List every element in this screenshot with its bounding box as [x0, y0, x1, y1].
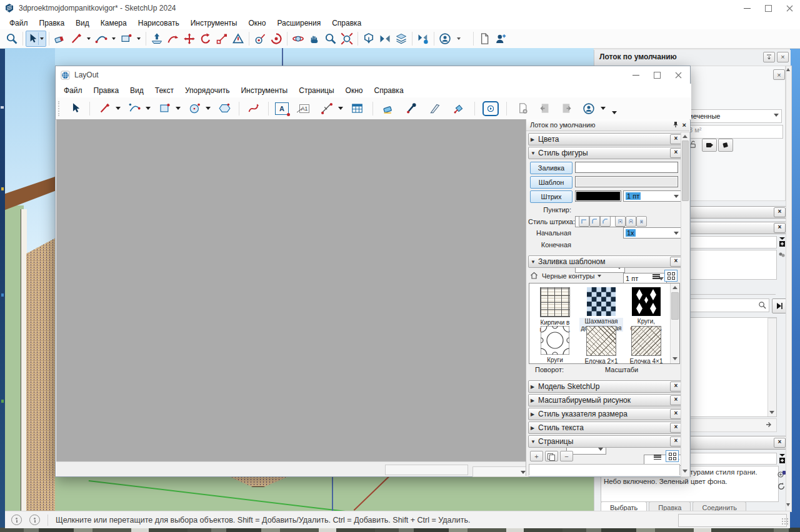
menu-edit[interactable]: Правка — [88, 84, 125, 97]
new-document-icon[interactable] — [476, 31, 492, 47]
pattern-item[interactable]: Шахматная доска, черная — [579, 287, 623, 332]
dimension-tool[interactable] — [319, 101, 335, 117]
viewport-left-strip[interactable] — [5, 48, 55, 511]
account-icon[interactable] — [581, 101, 597, 117]
marked-dropdown[interactable]: омеченные — [682, 109, 782, 123]
join-bevel-button[interactable] — [600, 216, 611, 227]
add-collaborator-icon[interactable] — [492, 31, 509, 47]
menu-tools[interactable]: Инструменты — [235, 84, 293, 97]
fill-color-swatch[interactable] — [575, 162, 678, 173]
split-tool[interactable] — [427, 101, 443, 117]
select-tool[interactable] — [26, 31, 46, 47]
tray-close-button[interactable]: × — [777, 52, 789, 62]
stroke-toggle-button[interactable]: Штрих — [530, 190, 572, 203]
menu-edit[interactable]: Правка — [34, 17, 71, 29]
delete-page-button[interactable]: − — [560, 451, 573, 461]
layout-maximize-button[interactable] — [646, 68, 668, 82]
move-tool[interactable] — [181, 31, 198, 47]
account-icon[interactable] — [437, 31, 453, 47]
menu-help[interactable]: Справка — [326, 17, 367, 29]
menu-camera[interactable]: Камера — [95, 17, 132, 29]
menu-draw[interactable]: Нарисовать — [132, 17, 185, 29]
menu-pages[interactable]: Страницы — [293, 84, 339, 97]
area-field[interactable]: 13 м² — [682, 125, 783, 139]
join-miter-button[interactable] — [579, 216, 589, 227]
add-page-button[interactable]: + — [530, 451, 543, 461]
measurements-box[interactable] — [678, 514, 787, 527]
pattern-item[interactable]: Круги — [534, 326, 576, 363]
menu-tools[interactable]: Инструменты — [185, 17, 243, 29]
menu-view[interactable]: Вид — [70, 17, 95, 29]
cap-round-button[interactable] — [626, 216, 636, 227]
join-round-button[interactable] — [589, 216, 600, 227]
circle-tool-dropdown-icon[interactable] — [206, 107, 211, 110]
pattern-library-dropdown[interactable]: Черные контуры — [542, 272, 601, 280]
arc-tool[interactable] — [93, 31, 109, 47]
pattern-thumb-checker[interactable] — [587, 287, 616, 316]
pattern-thumb-herringbone-2x1[interactable] — [586, 326, 616, 356]
pattern-grid-view-button[interactable] — [664, 270, 678, 282]
panel-close-button[interactable]: × — [774, 438, 786, 448]
menu-file[interactable]: Файл — [58, 84, 88, 97]
presentation-button[interactable] — [482, 101, 499, 116]
line-tool[interactable] — [68, 31, 84, 47]
pages-list-view-button[interactable] — [651, 450, 664, 462]
text-tool[interactable]: A — [275, 102, 289, 115]
pattern-scrollbar[interactable] — [670, 283, 680, 363]
layout-minimize-button[interactable] — [625, 68, 646, 82]
style-eyedropper-tool[interactable] — [403, 101, 419, 117]
rectangle-tool-dropdown-icon[interactable] — [137, 37, 141, 40]
expand-arrow-icon[interactable] — [765, 421, 772, 430]
eraser-tool[interactable] — [381, 101, 397, 117]
menu-arrange[interactable]: Упорядочить — [179, 84, 235, 97]
close-button[interactable] — [779, 1, 800, 15]
pattern-swatch[interactable] — [575, 176, 678, 187]
arc-tool[interactable] — [126, 101, 142, 117]
materials-tool[interactable] — [268, 31, 284, 47]
join-tool[interactable] — [451, 101, 467, 117]
toolbar-overflow-icon[interactable] — [612, 111, 617, 114]
pattern-thumb-circles[interactable] — [541, 326, 569, 355]
label-tool[interactable] — [252, 31, 268, 47]
viewport-sky-strip[interactable] — [5, 48, 594, 66]
menu-help[interactable]: Справка — [368, 84, 409, 97]
pages-grid-view-button[interactable] — [666, 450, 679, 462]
pattern-thumb-bricks[interactable] — [540, 287, 570, 317]
tray-close-icon[interactable]: × — [682, 121, 686, 129]
section-colors[interactable]: ▶Цвета × — [528, 133, 684, 145]
panel-close-button[interactable]: × — [774, 223, 786, 233]
list-scrollbar[interactable] — [768, 318, 777, 417]
eraser-tool[interactable] — [52, 31, 68, 47]
tray-minimize-button[interactable] — [763, 52, 775, 62]
pages-list[interactable] — [529, 464, 680, 475]
help-info-icon[interactable] — [29, 515, 40, 525]
table-tool[interactable] — [349, 101, 365, 117]
menu-file[interactable]: Файл — [4, 17, 34, 29]
tray-scrollbar[interactable] — [681, 132, 690, 477]
pattern-thumb-herringbone-4x1[interactable] — [631, 326, 661, 356]
pin-icon[interactable] — [672, 121, 679, 129]
menu-extensions[interactable]: Расширения — [271, 17, 326, 29]
flip-settings-icon[interactable] — [415, 31, 431, 47]
stroke-color-swatch[interactable] — [575, 190, 621, 202]
section-scaled-drawing[interactable]: ▶Масштабируемый рисунок × — [528, 394, 684, 406]
label-tool[interactable]: A1 — [296, 101, 312, 117]
followme-tool[interactable] — [165, 31, 181, 47]
menu-text[interactable]: Текст — [149, 84, 179, 97]
arc-tool-dropdown-icon[interactable] — [146, 107, 151, 110]
tags-layers-icon[interactable] — [393, 31, 409, 47]
resize-grip[interactable] — [781, 518, 789, 525]
arc-tool-dropdown-icon[interactable] — [112, 37, 116, 40]
account-dropdown-icon[interactable] — [601, 107, 606, 110]
pan-tool[interactable] — [306, 31, 322, 47]
pattern-item[interactable]: Елочка 4×1 — [626, 326, 667, 364]
pattern-list-view-button[interactable] — [649, 270, 662, 282]
previous-page-button[interactable] — [536, 101, 552, 117]
dash-scale-combo[interactable]: 1x — [623, 227, 682, 239]
panel-close-button[interactable]: × — [774, 207, 786, 217]
section-text-style[interactable]: ▶Стиль текста × — [528, 421, 684, 434]
layout-close-button[interactable] — [668, 68, 689, 82]
section-pattern-fill[interactable]: ▼Заливка шаблоном × — [528, 255, 684, 268]
refresh-icon[interactable] — [777, 482, 786, 492]
dimension-tool-dropdown-icon[interactable] — [338, 107, 343, 110]
